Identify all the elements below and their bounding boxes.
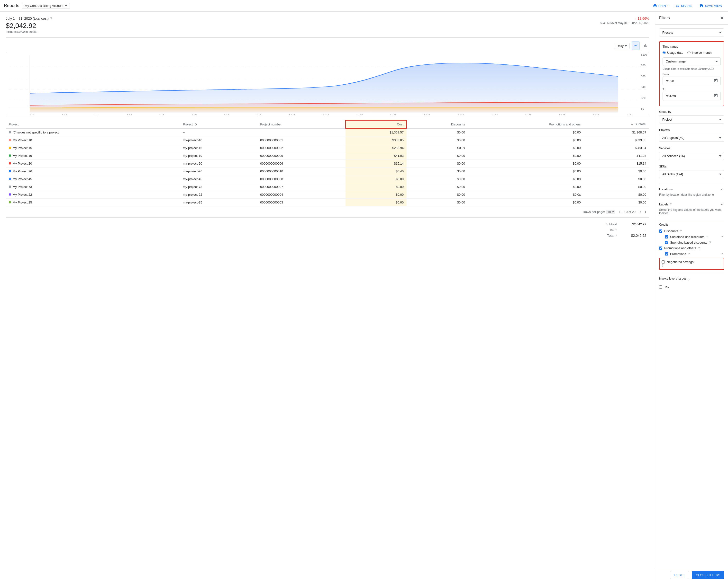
credits-group: Credits Discounts ? Sustained use discou… [659,223,724,270]
col-promotions: Promotions and others [468,120,583,128]
invoice-level-charges-help-icon[interactable]: ? [688,278,690,281]
from-date-input[interactable] [665,79,713,83]
prev-page-button[interactable]: ‹ [640,209,641,215]
project-dot [9,162,11,165]
locations-desc: Filter by location data like region and … [659,193,724,196]
discounts-help-icon[interactable]: ? [680,229,682,233]
spending-based-help-icon[interactable]: ? [709,241,711,244]
cost-change-detail: $245.60 over May 31 – June 30, 2020 [600,21,649,25]
cell-cost: $41.03 [345,152,407,160]
cell-subtotal: $333.85 [584,136,649,144]
discounts-checkbox[interactable] [659,229,662,233]
promotions-others-help-icon[interactable]: ? [698,246,700,250]
cell-project-id: my-project-26 [180,167,257,175]
cell-promotions: $0.00 [468,160,583,167]
promotions-help-icon[interactable]: ? [688,252,690,256]
spending-based-checkbox[interactable] [665,241,668,244]
presets-select[interactable]: Presets [659,28,724,36]
to-calendar-icon[interactable] [713,93,718,99]
col-project-number: Project number [257,120,345,128]
tax-checkbox[interactable] [659,285,662,288]
cell-subtotal: $0.00 [584,183,649,191]
cell-discounts: $0.00 [407,183,468,191]
save-view-button[interactable]: SAVE VIEW [698,2,724,9]
skus-select[interactable]: All SKUs (194) [659,170,724,178]
next-page-button[interactable]: › [645,209,646,215]
promotions-checkbox[interactable] [665,252,668,255]
negotiated-savings-checkbox[interactable] [661,260,665,264]
line-chart-button[interactable] [632,41,640,50]
col-cost[interactable]: Cost [345,120,407,128]
rows-per-page-select[interactable]: 10 25 50 [606,210,615,214]
tax-help-icon[interactable]: ? [615,228,617,232]
chart-x-axis: Jul 2 Jul 3 Jul 4 Jul 5 Jul 6 Jul 7 Jul … [8,113,647,115]
cell-subtotal: $0.00 [584,191,649,199]
locations-group: Locations Filter by location data like r… [659,186,724,196]
sustained-use-checkbox-label[interactable]: Sustained use discounts [665,235,704,239]
projects-label: Projects [659,128,724,132]
filters-title: Filters [659,16,670,20]
table-row: [Charges not specific to a project] – $1… [6,128,649,136]
from-calendar-icon[interactable] [713,78,718,84]
save-icon [700,4,703,8]
usage-date-radio-label[interactable]: Usage date [662,51,683,54]
project-dot [9,139,11,141]
spending-based-checkbox-label[interactable]: Spending based discounts [665,241,707,244]
close-filters-button[interactable]: CLOSE FILTERS [692,571,724,579]
print-button[interactable]: PRINT [651,2,670,9]
cell-promotions: $0.00 [468,199,583,206]
usage-note: Usage data is available since January 20… [662,67,721,70]
discounts-item: Discounts ? [659,228,724,234]
group-by-select[interactable]: Project [659,115,724,123]
project-dot [9,193,11,196]
chart-wrapper: $100 $80 $60 $40 $20 $0 [6,52,649,115]
cell-project-id: my-project-10 [180,136,257,144]
promotions-collapse-icon[interactable] [720,252,724,256]
cell-cost: $283.94 [345,144,407,152]
bar-chart-button[interactable] [641,41,649,50]
sustained-use-help-icon[interactable]: ? [706,235,708,239]
promotions-others-checkbox[interactable] [659,247,662,250]
col-discounts: Discounts [407,120,468,128]
filters-close-button[interactable]: ✕ [720,15,724,21]
reset-button[interactable]: RESET [670,571,689,579]
account-selector[interactable]: My Contract Billing Account [22,3,70,9]
cell-subtotal: $0.40 [584,167,649,175]
to-date-input[interactable] [665,94,713,98]
save-view-label: SAVE VIEW [705,4,722,7]
invoice-month-radio-label[interactable]: Invoice month [687,51,712,54]
projects-select[interactable]: All projects (40) [659,134,724,142]
labels-header[interactable]: Labels ? [659,201,724,207]
total-help-icon[interactable]: ? [615,234,617,238]
promotions-checkbox-label[interactable]: Promotions [665,252,686,256]
promotions-others-checkbox-label[interactable]: Promotions and others [659,246,696,250]
services-label: Services [659,146,724,150]
range-type-select[interactable]: Custom range [662,57,721,65]
tax-checkbox-label[interactable]: Tax [659,285,669,289]
invoice-month-radio[interactable] [687,51,691,54]
services-select[interactable]: All services (16) [659,152,724,160]
negotiated-savings-help-icon[interactable]: ? [661,264,663,268]
services-group: Services All services (16) [659,146,724,160]
tax-value: – [627,228,646,232]
share-button[interactable]: SHARE [674,2,694,9]
negotiated-savings-checkbox-label[interactable]: Negotiated savings [661,260,722,264]
summary-help-icon[interactable]: ? [50,17,52,21]
discounts-checkbox-label[interactable]: Discounts [659,229,678,233]
locations-header[interactable]: Locations [659,186,724,192]
cell-discounts: $0.00 [407,160,468,167]
usage-date-radio[interactable] [662,51,666,54]
cell-discounts: $0.00 [407,152,468,160]
filters-footer: RESET CLOSE FILTERS [655,568,728,582]
cell-subtotal: $283.94 [584,144,649,152]
labels-help-icon[interactable]: ? [670,202,672,206]
sustained-use-checkbox[interactable] [665,235,668,239]
cell-project-id: my-project-22 [180,191,257,199]
data-table: Project Project ID Project number Cost D… [6,120,649,206]
chart-y-axis: $100 $80 $60 $40 $20 $0 [641,52,647,115]
total-label: Total ? [607,233,617,238]
sustained-use-expand-icon[interactable] [720,235,724,239]
granularity-selector[interactable]: Daily [614,43,630,49]
cell-subtotal: $15.14 [584,160,649,167]
table-row: My Project 19 my-project-19 000000000000… [6,152,649,160]
